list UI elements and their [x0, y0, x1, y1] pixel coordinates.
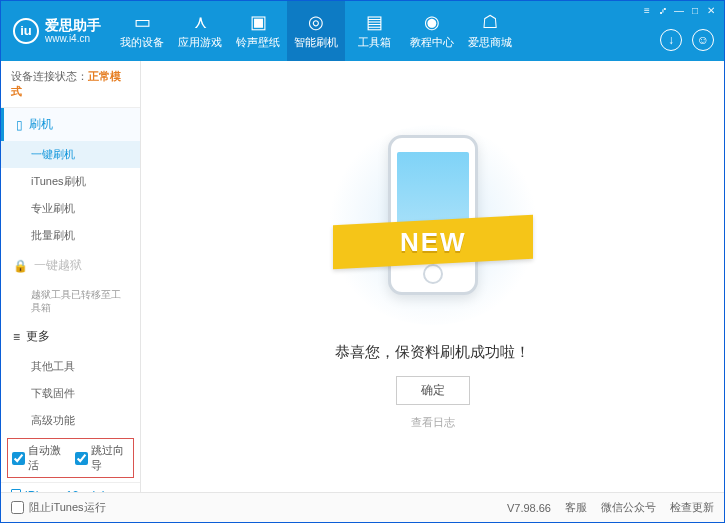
- nav-apps[interactable]: ⋏应用游戏: [171, 1, 229, 61]
- nav-my-device[interactable]: ▭我的设备: [113, 1, 171, 61]
- update-link[interactable]: 检查更新: [670, 500, 714, 515]
- checkbox-auto-activate[interactable]: 自动激活: [12, 443, 67, 473]
- tutorial-icon: ◉: [424, 12, 440, 32]
- support-link[interactable]: 客服: [565, 500, 587, 515]
- top-nav: ▭我的设备 ⋏应用游戏 ▣铃声壁纸 ◎智能刷机 ▤工具箱 ◉教程中心 ☖爱思商城: [113, 1, 519, 61]
- ok-button[interactable]: 确定: [396, 376, 470, 405]
- phone-icon: ▭: [134, 12, 151, 32]
- lock-icon: 🔒: [13, 259, 28, 273]
- toolbox-icon: ▤: [366, 12, 383, 32]
- sidebar-section-jailbreak: 🔒一键越狱: [1, 249, 140, 282]
- account-icon[interactable]: ☺: [692, 29, 714, 51]
- minimize-icon[interactable]: —: [672, 5, 686, 16]
- nav-toolbox[interactable]: ▤工具箱: [345, 1, 403, 61]
- download-icon[interactable]: ↓: [660, 29, 682, 51]
- logo-block: iu 爱思助手 www.i4.cn: [1, 18, 113, 44]
- connection-status: 设备连接状态：正常模式: [1, 61, 140, 108]
- nav-ringtones[interactable]: ▣铃声壁纸: [229, 1, 287, 61]
- view-log-link[interactable]: 查看日志: [411, 415, 455, 430]
- options-highlight: 自动激活 跳过向导: [7, 438, 134, 478]
- apps-icon: ⋏: [194, 12, 207, 32]
- phone-small-icon: ▯: [16, 118, 23, 132]
- menu-icon[interactable]: ≡: [640, 5, 654, 16]
- checkbox-block-itunes[interactable]: 阻止iTunes运行: [11, 500, 106, 515]
- sidebar-section-more[interactable]: ≡更多: [1, 320, 140, 353]
- sidebar-item-other[interactable]: 其他工具: [1, 353, 140, 380]
- wallpaper-icon: ▣: [250, 12, 267, 32]
- more-icon: ≡: [13, 330, 20, 344]
- sidebar-item-pro[interactable]: 专业刷机: [1, 195, 140, 222]
- window-controls: ≡ ⑇ — □ ✕: [634, 1, 724, 20]
- version-label: V7.98.66: [507, 502, 551, 514]
- header-right: ↓ ☺: [660, 29, 714, 51]
- flash-icon: ◎: [308, 12, 324, 32]
- checkbox-skip-guide[interactable]: 跳过向导: [75, 443, 130, 473]
- sidebar: 设备连接状态：正常模式 ▯刷机 一键刷机 iTunes刷机 专业刷机 批量刷机 …: [1, 61, 141, 493]
- app-name: 爱思助手: [45, 18, 101, 33]
- nav-store[interactable]: ☖爱思商城: [461, 1, 519, 61]
- lock-window-icon[interactable]: ⑇: [656, 5, 670, 16]
- sidebar-item-advanced[interactable]: 高级功能: [1, 407, 140, 434]
- sidebar-item-batch[interactable]: 批量刷机: [1, 222, 140, 249]
- sidebar-section-flash[interactable]: ▯刷机: [1, 108, 140, 141]
- app-logo-icon: iu: [13, 18, 39, 44]
- nav-flash[interactable]: ◎智能刷机: [287, 1, 345, 61]
- success-message: 恭喜您，保资料刷机成功啦！: [335, 343, 530, 362]
- footer: 阻止iTunes运行 V7.98.66 客服 微信公众号 检查更新: [1, 492, 724, 522]
- maximize-icon[interactable]: □: [688, 5, 702, 16]
- phone-illustration-icon: [388, 135, 478, 295]
- wechat-link[interactable]: 微信公众号: [601, 500, 656, 515]
- sidebar-item-oneclick[interactable]: 一键刷机: [1, 141, 140, 168]
- app-url: www.i4.cn: [45, 33, 101, 44]
- jailbreak-note: 越狱工具已转移至工具箱: [1, 282, 140, 320]
- sidebar-item-itunes[interactable]: iTunes刷机: [1, 168, 140, 195]
- store-icon: ☖: [482, 12, 498, 32]
- app-header: iu 爱思助手 www.i4.cn ▭我的设备 ⋏应用游戏 ▣铃声壁纸 ◎智能刷…: [1, 1, 724, 61]
- nav-tutorials[interactable]: ◉教程中心: [403, 1, 461, 61]
- close-icon[interactable]: ✕: [704, 5, 718, 16]
- success-illustration: NEW: [323, 125, 543, 325]
- sidebar-item-download[interactable]: 下载固件: [1, 380, 140, 407]
- main-panel: NEW 恭喜您，保资料刷机成功啦！ 确定 查看日志: [141, 61, 724, 493]
